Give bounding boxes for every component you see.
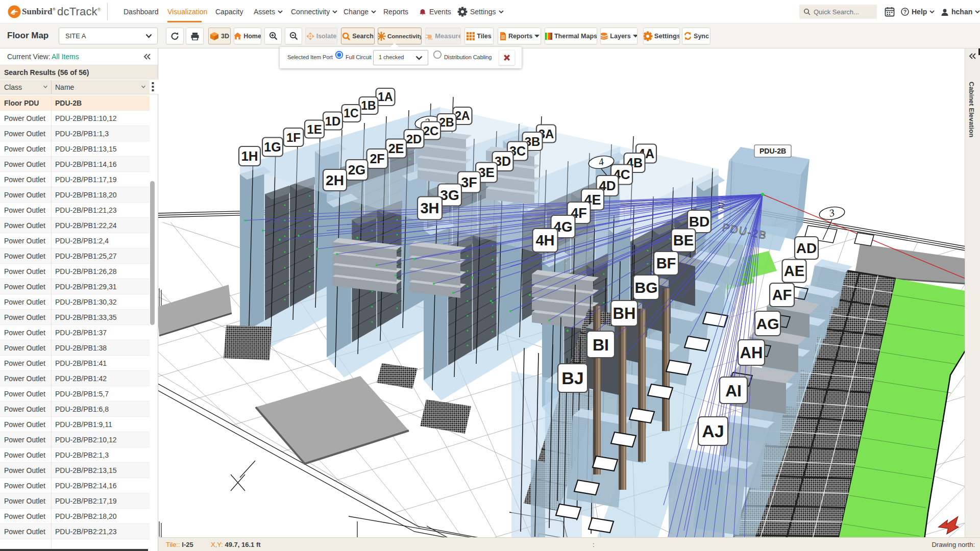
svg-text:1B: 1B	[361, 99, 376, 112]
svg-text:AD: AD	[796, 240, 817, 256]
svg-text:?: ?	[903, 9, 906, 15]
svg-text:BD: BD	[689, 214, 709, 230]
svg-text:1A: 1A	[378, 90, 393, 104]
svg-text:4H: 4H	[535, 232, 554, 248]
svg-text:BE: BE	[673, 232, 694, 248]
svg-text:AJ: AJ	[702, 421, 724, 441]
svg-text:AE: AE	[784, 263, 804, 279]
svg-text:2A: 2A	[455, 109, 470, 122]
svg-text:1E: 1E	[307, 122, 322, 136]
svg-text:3F: 3F	[461, 175, 477, 190]
svg-text:BJ: BJ	[561, 368, 583, 388]
svg-text:2H: 2H	[326, 172, 344, 188]
svg-text:2F: 2F	[370, 152, 384, 166]
svg-text:2G: 2G	[348, 162, 366, 178]
svg-text:BH: BH	[613, 305, 636, 322]
svg-text:BF: BF	[656, 255, 676, 271]
svg-text:1H: 1H	[241, 148, 258, 164]
svg-text:2D: 2D	[406, 132, 422, 146]
svg-text:1F: 1F	[286, 131, 301, 144]
svg-text:AF: AF	[772, 287, 792, 303]
svg-text:1C: 1C	[344, 107, 358, 120]
svg-text:3H: 3H	[420, 200, 439, 216]
svg-text:AH: AH	[740, 344, 763, 362]
svg-text:3G: 3G	[440, 187, 459, 203]
svg-text:2B: 2B	[439, 116, 454, 129]
svg-text:1G: 1G	[264, 140, 281, 154]
svg-text:2C: 2C	[423, 124, 439, 138]
svg-text:PDU-2B: PDU-2B	[760, 147, 786, 155]
svg-text:1D: 1D	[325, 114, 341, 128]
svg-text:AI: AI	[725, 382, 742, 400]
svg-text:AG: AG	[756, 315, 779, 332]
svg-text:2E: 2E	[388, 141, 404, 156]
svg-text:BI: BI	[593, 336, 609, 354]
svg-text:BG: BG	[635, 279, 658, 296]
